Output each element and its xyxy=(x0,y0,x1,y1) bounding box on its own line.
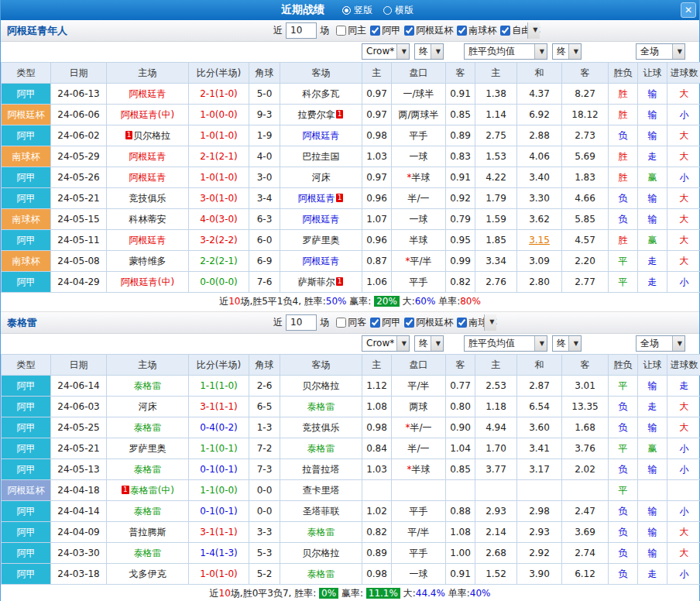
match-row[interactable]: 阿甲 24-05-13 泰格雷 0-1(0-1) 7-3 拉普拉塔 1.03 *… xyxy=(2,459,700,480)
filter-checkbox[interactable]: 同客 xyxy=(336,316,366,329)
away-team-name[interactable]: 科尔多瓦 xyxy=(303,88,340,99)
home-team-name[interactable]: 泰格雷 xyxy=(134,464,162,475)
filter-checkbox[interactable]: 南球杯 xyxy=(457,24,496,37)
match-scope-select[interactable]: 全场 xyxy=(636,335,685,352)
away-team-name[interactable]: 巴拉圭国 xyxy=(303,151,340,162)
match-row[interactable]: 阿甲 24-06-03 河床 3-1(1-1) 6-5 泰格雷 1.08 两球 … xyxy=(2,397,700,417)
home-team-cell: 河床 xyxy=(107,397,189,417)
away-team-name[interactable]: 阿根廷青 xyxy=(298,193,335,204)
recent-count-select[interactable]: 10 xyxy=(286,314,317,331)
ah-away-odds: 0.82 xyxy=(446,272,475,293)
handicap-result-cell: 走 xyxy=(638,251,667,272)
home-team-name[interactable]: 蒙特维多 xyxy=(129,256,166,266)
match-row[interactable]: 阿甲 24-06-13 阿根廷青 2-1(1-0) 5-0 科尔多瓦 0.97 … xyxy=(2,84,700,105)
layout-radio-vertical[interactable]: 竖版 xyxy=(342,4,372,17)
filter-checkbox[interactable]: 阿甲 xyxy=(370,316,400,329)
match-row[interactable]: 阿甲 24-05-21 竞技俱乐 3-0(1-0) 3-4 阿根廷青1 0.96… xyxy=(2,188,700,209)
close-button[interactable]: ✕ xyxy=(681,2,696,18)
checkbox-input[interactable] xyxy=(404,318,414,328)
away-team-name[interactable]: 罗萨里奥 xyxy=(303,235,340,246)
result-cell: 平 xyxy=(609,480,638,501)
odds-company-select[interactable]: Crow* xyxy=(362,335,410,352)
away-team-name[interactable]: 河床 xyxy=(312,172,331,183)
filter-checkbox[interactable]: 阿甲 xyxy=(370,24,400,37)
filter-checkbox[interactable]: 同主 xyxy=(336,24,366,37)
home-team-name[interactable]: 泰格雷 xyxy=(134,506,162,517)
home-team-name[interactable]: 河床 xyxy=(139,401,157,412)
away-team-name[interactable]: 泰格雷 xyxy=(307,401,335,412)
away-team-name[interactable]: 贝尔格拉 xyxy=(303,380,340,391)
checkbox-input[interactable] xyxy=(370,26,380,36)
home-team-name[interactable]: 泰格雷 xyxy=(134,380,162,391)
filter-checkbox[interactable]: 阿根廷杯 xyxy=(404,316,453,329)
match-scope-select[interactable]: 全场 xyxy=(636,43,685,60)
match-row[interactable]: 阿甲 24-04-29 阿根廷青(中) 0-0(0-0) 7-6 萨斯菲尔1 1… xyxy=(2,272,700,293)
market-type-select[interactable]: 胜平负均值 xyxy=(464,43,547,60)
layout-radio-horizontal[interactable]: 横版 xyxy=(383,4,413,17)
away-team-name[interactable]: 泰格雷 xyxy=(307,443,335,454)
checkbox-input[interactable] xyxy=(457,26,467,36)
away-team-name[interactable]: 阿根廷青 xyxy=(303,214,340,225)
ah-line: 两/两球半 xyxy=(392,105,446,125)
checkbox-input[interactable] xyxy=(336,318,346,328)
home-team-name[interactable]: 泰格雷 xyxy=(134,548,162,558)
home-team-name[interactable]: 泰格雷(中) xyxy=(130,485,174,496)
match-row[interactable]: 南球杯 24-05-15 科林蒂安 4-0(3-0) 6-3 阿根廷青 1.07… xyxy=(2,209,700,230)
recent-count-select[interactable]: 10 xyxy=(286,22,317,39)
away-team-name[interactable]: 泰格雷 xyxy=(307,568,335,579)
home-team-name[interactable]: 阿根廷青 xyxy=(129,172,166,183)
match-row[interactable]: 阿甲 24-03-30 泰格雷 1-4(1-3) 5-3 贝尔格拉 0.89 平… xyxy=(2,543,700,564)
home-team-name[interactable]: 戈多伊克 xyxy=(129,568,166,579)
match-row[interactable]: 阿根廷杯 24-04-18 1泰格雷(中) 1-1(0-0) 0-0 查卡里塔 … xyxy=(2,480,700,501)
filter-checkbox[interactable]: 阿根廷杯 xyxy=(404,24,453,37)
home-team-name[interactable]: 罗萨里奥 xyxy=(129,443,166,454)
away-team-name[interactable]: 阿根廷青 xyxy=(303,256,340,266)
away-team-name[interactable]: 拉普拉塔 xyxy=(303,464,340,475)
home-team-name[interactable]: 阿根廷青(中) xyxy=(121,109,174,120)
away-team-name[interactable]: 拉费尔拿 xyxy=(298,109,335,120)
match-row[interactable]: 阿甲 24-05-21 罗萨里奥 1-1(0-1) 7-2 泰格雷 0.84 半… xyxy=(2,438,700,459)
score: 0-1(0-1) xyxy=(189,459,249,480)
match-row[interactable]: 南球杯 24-05-29 阿根廷青 2-1(2-1) 4-0 巴拉圭国 1.03… xyxy=(2,146,700,167)
avg-away-odds xyxy=(562,480,609,501)
away-team-name[interactable]: 查卡里塔 xyxy=(303,485,340,496)
market-type-select[interactable]: 胜平负均值 xyxy=(464,335,547,352)
market-state-select[interactable]: 终 xyxy=(552,335,582,352)
home-team-name[interactable]: 竞技俱乐 xyxy=(129,193,166,204)
match-row[interactable]: 阿甲 24-06-14 泰格雷 1-1(1-0) 2-6 贝尔格拉 1.12 平… xyxy=(2,376,700,397)
away-team-name[interactable]: 泰格雷 xyxy=(307,527,335,537)
home-team-name[interactable]: 普拉腾斯 xyxy=(129,527,166,537)
checkbox-input[interactable] xyxy=(404,26,414,36)
checkbox-input[interactable] xyxy=(336,26,346,36)
home-team-name[interactable]: 阿根廷青 xyxy=(129,88,166,99)
home-team-name[interactable]: 科林蒂安 xyxy=(129,214,166,225)
match-row[interactable]: 阿甲 24-04-14 泰格雷 0-1(0-1) 0-0 圣塔菲联 1.02 平… xyxy=(2,501,700,522)
checkbox-input[interactable] xyxy=(370,318,380,328)
ah-line: 一球 xyxy=(392,564,446,585)
match-row[interactable]: 阿甲 24-05-26 阿根廷青 1-0(1-0) 3-0 河床 0.97 *半… xyxy=(2,167,700,188)
away-team-name[interactable]: 竞技俱乐 xyxy=(303,422,340,433)
home-team-name[interactable]: 阿根廷青 xyxy=(129,235,166,246)
match-row[interactable]: 阿甲 24-05-25 泰格雷 0-4(0-2) 1-3 竞技俱乐 0.98 *… xyxy=(2,417,700,438)
match-row[interactable]: 阿甲 24-06-02 1贝尔格拉 1-0(1-0) 1-9 阿根廷青 0.98… xyxy=(2,125,700,146)
match-row[interactable]: 南球杯 24-05-08 蒙特维多 2-2(2-1) 6-9 阿根廷青 0.87… xyxy=(2,251,700,272)
home-team-name[interactable]: 阿根廷青(中) xyxy=(121,276,174,287)
match-row[interactable]: 阿甲 24-05-11 阿根廷青 3-2(2-2) 6-0 罗萨里奥 0.96 … xyxy=(2,230,700,251)
odds-company-select[interactable]: Crow* xyxy=(362,43,410,60)
home-team-name[interactable]: 阿根廷青 xyxy=(129,151,166,162)
away-team-name[interactable]: 贝尔格拉 xyxy=(303,548,340,558)
match-row[interactable]: 阿根廷杯 24-06-06 阿根廷青(中) 1-0(0-0) 9-3 拉费尔拿1… xyxy=(2,105,700,125)
match-row[interactable]: 阿甲 24-04-09 普拉腾斯 3-1(1-1) 3-3 泰格雷 0.82 平… xyxy=(2,522,700,543)
checkbox-input[interactable] xyxy=(500,26,510,36)
away-team-name[interactable]: 萨斯菲尔 xyxy=(298,276,335,287)
away-team-name[interactable]: 圣塔菲联 xyxy=(303,506,340,517)
company-state-select[interactable]: 终 xyxy=(414,335,444,352)
match-row[interactable]: 阿甲 24-03-18 戈多伊克 1-0(1-0) 5-2 泰格雷 0.98 一… xyxy=(2,564,700,585)
home-team-name[interactable]: 贝尔格拉 xyxy=(133,130,170,141)
company-state-select[interactable]: 终 xyxy=(414,43,444,60)
checkbox-input[interactable] xyxy=(457,318,467,328)
market-state-select[interactable]: 终 xyxy=(552,43,582,60)
corners: 1-9 xyxy=(249,125,280,146)
home-team-name[interactable]: 泰格雷 xyxy=(134,422,162,433)
away-team-name[interactable]: 阿根廷青 xyxy=(303,130,340,141)
